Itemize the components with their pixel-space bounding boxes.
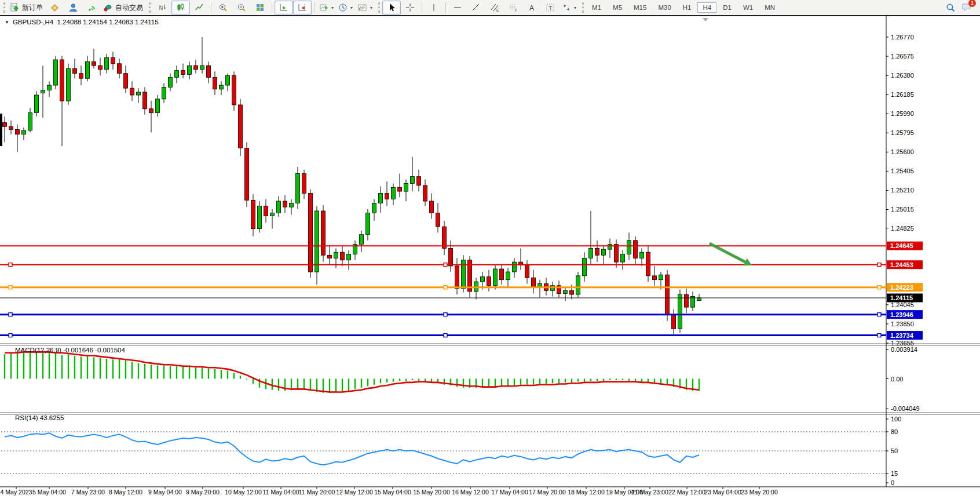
svg-text:18 May 12:00: 18 May 12:00 [568,489,605,496]
trendline-icon [471,3,481,12]
toolbar-grip[interactable] [582,2,584,13]
svg-text:1.24223: 1.24223 [890,284,913,291]
indicators-button[interactable]: ▾ [317,1,336,14]
line-chart-icon [195,3,204,12]
arrows-shapes-icon [562,3,571,12]
line-handle[interactable] [877,263,881,267]
svg-text:T: T [549,5,553,11]
svg-text:1.26185: 1.26185 [891,91,914,98]
toolbar-grip[interactable] [378,2,380,13]
line-handle[interactable] [444,263,447,267]
chart-menu-icon[interactable]: ▼ [5,20,9,25]
line-handle[interactable] [877,313,881,316]
svg-text:16 May 12:00: 16 May 12:00 [452,489,489,496]
timeframe-button-m1[interactable]: M1 [587,2,606,13]
line-handle[interactable] [444,313,447,316]
chart-canvas[interactable]: 1.267701.265751.263801.261851.259901.257… [0,16,980,499]
toolbar-grip[interactable] [3,2,5,13]
candlestick-chart-button[interactable] [171,1,190,14]
svg-text:9 May 20:00: 9 May 20:00 [186,489,220,496]
auto-scroll-button[interactable] [275,1,293,14]
templates-button[interactable]: ▾ [355,1,375,14]
svg-text:12 May 12:00: 12 May 12:00 [336,489,373,496]
dropdown-caret-icon: ▾ [331,5,334,10]
chart-shift-button[interactable] [293,1,312,14]
svg-text:1.25015: 1.25015 [891,206,914,213]
toolbar-right: 1 [946,2,980,13]
line-handle[interactable] [9,313,12,316]
toolbar-grip[interactable] [149,2,151,13]
notifications-button[interactable]: 1 [961,2,972,13]
metaeditor-button[interactable] [45,1,64,14]
line-chart-button[interactable] [190,1,209,14]
svg-text:1.26575: 1.26575 [891,53,914,60]
text-a-icon: A [528,3,536,12]
equidistant-channel-button[interactable]: E [485,1,504,14]
zoom-in-icon [218,3,228,12]
arrows-button[interactable]: ▾ [560,1,579,14]
dropdown-caret-icon: ▾ [370,5,372,10]
vertical-line-button[interactable] [425,1,443,14]
template-icon [357,3,367,12]
clock-icon [338,3,348,12]
chart-shift-icon [298,3,307,12]
svg-text:1.24825: 1.24825 [891,225,914,232]
line-handle[interactable] [444,334,447,337]
toolbar-separator [314,2,315,13]
timeframe-button-h4[interactable]: H4 [697,2,716,13]
auto-trading-button[interactable]: 自动交易 [101,1,145,14]
line-handle[interactable] [9,334,12,337]
line-handle[interactable] [877,334,881,337]
cursor-button[interactable] [382,1,401,14]
timeframe-button-m15[interactable]: M15 [628,2,652,13]
zoom-in-button[interactable] [214,1,232,14]
svg-text:23 May 04:00: 23 May 04:00 [704,489,741,496]
fibonacci-icon: F [509,3,518,12]
timeframe-button-d1[interactable]: D1 [718,2,737,13]
timeframe-button-w1[interactable]: W1 [738,2,758,13]
chart-title: GBPUSD-,H4 1.24088 1.24154 1.24083 1.241… [13,19,159,26]
new-order-button[interactable]: 新订单 [8,1,45,14]
timeframe-button-m30[interactable]: M30 [653,2,676,13]
dropdown-caret-icon: ▾ [574,5,576,10]
svg-text:23 May 20:00: 23 May 20:00 [741,489,778,496]
horizontal-line-button[interactable] [448,1,467,14]
line-handle[interactable] [9,286,12,289]
svg-text:50: 50 [891,447,898,454]
text-label-button[interactable]: T [541,1,560,14]
timeframe-button-m5[interactable]: M5 [608,2,627,13]
text-button[interactable]: A [522,1,541,14]
svg-text:1.25405: 1.25405 [891,167,914,174]
svg-text:A: A [529,4,534,12]
vertical-line-icon [430,3,438,12]
trendline-button[interactable] [467,1,485,14]
main-toolbar: 新订单 自动交易 [0,0,980,16]
line-handle[interactable] [9,263,12,267]
signals-button[interactable] [82,1,101,14]
svg-text:10 May 12:00: 10 May 12:00 [225,489,262,496]
dropdown-caret-icon: ▾ [350,5,353,10]
timeframe-button-h1[interactable]: H1 [678,2,697,13]
bar-chart-button[interactable] [153,1,171,14]
line-handle[interactable] [444,286,447,289]
zoom-out-button[interactable] [232,1,251,14]
search-icon[interactable] [946,3,956,13]
svg-text:21 May 23:00: 21 May 23:00 [631,489,668,496]
timeframe-button-mn[interactable]: MN [759,2,780,13]
tile-windows-button[interactable] [251,1,269,14]
svg-text:-0.004049: -0.004049 [891,405,920,412]
chart-window: 1.267701.265751.263801.261851.259901.257… [0,15,980,499]
fibonacci-button[interactable]: F [504,1,522,14]
crosshair-button[interactable] [401,1,419,14]
chart-shift-marker[interactable] [703,18,708,21]
candles-group [3,37,701,335]
macd-signal-line [5,352,699,392]
periods-button[interactable]: ▾ [336,1,355,14]
mql5-community-button[interactable] [64,1,82,14]
line-handle[interactable] [877,286,881,289]
svg-text:1.26770: 1.26770 [891,34,914,41]
svg-text:1.24045: 1.24045 [891,301,914,308]
svg-text:15: 15 [891,470,898,477]
toolbar-separator [422,2,422,13]
svg-text:1.26380: 1.26380 [891,72,914,79]
